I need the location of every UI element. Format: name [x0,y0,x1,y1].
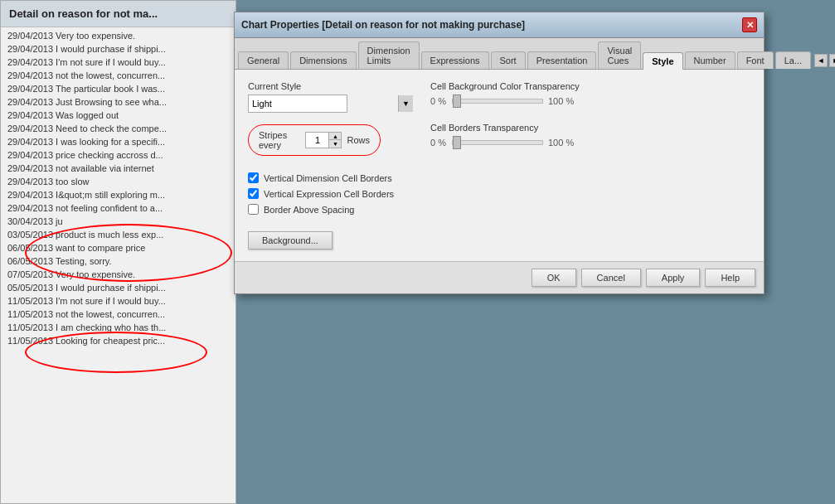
tab-general[interactable]: General [238,51,289,69]
bg-list-item[interactable]: 29/04/2013 The particular book I was... [1,82,235,95]
dialog-content: Current Style Light ▼ Stripes every 1 ▲ … [235,70,764,261]
style-select[interactable]: Light [248,94,347,113]
tab-dimension-limits[interactable]: Dimension Limits [358,41,420,69]
checkbox-vertical-dim[interactable] [248,172,259,183]
checkbox-vertical-dim-label: Vertical Dimension Cell Borders [264,173,392,183]
tab-style[interactable]: Style [643,52,682,70]
current-style-label: Current Style [248,81,414,91]
tab-scroll-buttons: ◄ ► [814,54,835,69]
tab-la[interactable]: La... [775,51,811,69]
bg-list-item[interactable]: 29/04/2013 I'm not sure if I would buy..… [1,56,235,69]
bg-list-item[interactable]: 11/05/2013 I am checking who has th... [1,321,235,334]
bg-list-item[interactable]: 11/05/2013 I'm not sure if I would buy..… [1,294,235,308]
bg-list-item[interactable]: 29/04/2013 I would purchase if shippi... [1,42,235,56]
cell-borders-transparency-section: Cell Borders Transparency 0 % 100 % [430,123,750,148]
bg-list-item[interactable]: 29/04/2013 not available via internet [1,162,235,175]
tab-presentation[interactable]: Presentation [527,51,597,69]
bg-list-item[interactable]: 11/05/2013 not the lowest, concurren... [1,308,235,321]
background-panel: Detail on reason for not ma... 29/04/201… [0,0,236,504]
select-arrow-icon: ▼ [398,95,413,112]
bg-list-item[interactable]: 29/04/2013 I&quot;m still exploring m... [1,188,235,201]
tab-dimensions[interactable]: Dimensions [290,51,356,69]
cell-borders-slider-row: 0 % 100 % [430,138,750,148]
dialog-footer: OK Cancel Apply Help [235,261,764,293]
bg-panel-title: Detail on reason for not ma... [1,1,235,27]
stripes-value: 1 [306,133,329,148]
bg-list-item[interactable]: 11/05/2013 Looking for cheapest pric... [1,334,235,347]
ok-button[interactable]: OK [532,269,576,287]
help-button[interactable]: Help [705,269,755,287]
bg-list-item[interactable]: 03/05/2013 product is much less exp... [1,228,235,241]
dialog-titlebar: Chart Properties [Detail on reason for n… [235,12,764,38]
apply-button[interactable]: Apply [646,269,701,287]
checkbox-row-border-above: Border Above Spacing [248,204,414,215]
rows-label: Rows [347,135,370,145]
checkboxes-section: Vertical Dimension Cell Borders Vertical… [248,172,414,215]
cell-borders-min-label: 0 % [430,138,447,148]
chart-properties-dialog: Chart Properties [Detail on reason for n… [234,12,765,294]
stripes-spinner-up[interactable]: ▲ [329,133,341,140]
tab-sort[interactable]: Sort [491,51,526,69]
cell-bg-transparency-title: Cell Background Color Transparency [430,81,750,91]
checkbox-border-above-label: Border Above Spacing [264,205,354,215]
bg-list-item[interactable]: 29/04/2013 Just Browsing to see wha... [1,95,235,109]
checkbox-row-vertical-dim: Vertical Dimension Cell Borders [248,172,414,183]
cell-bg-transparency-section: Cell Background Color Transparency 0 % 1… [430,81,750,106]
checkbox-row-vertical-expr: Vertical Expression Cell Borders [248,188,414,199]
dialog-title: Chart Properties [Detail on reason for n… [241,19,525,31]
cell-borders-max-label: 100 % [548,138,574,148]
bg-list: 29/04/2013 Very too expensive.29/04/2013… [1,27,235,349]
checkbox-vertical-expr-label: Vertical Expression Cell Borders [264,189,394,199]
stripes-every-label: Stripes every [259,130,300,150]
tabs-bar: General Dimensions Dimension Limits Expr… [235,38,764,70]
checkbox-vertical-expr[interactable] [248,188,259,199]
stripes-spinner-arrows: ▲ ▼ [329,133,341,148]
bg-list-item[interactable]: 29/04/2013 price checking accross d... [1,148,235,162]
content-right: Cell Background Color Transparency 0 % 1… [430,81,750,250]
bg-list-item[interactable]: 29/04/2013 too slow [1,175,235,188]
bg-list-item[interactable]: 07/05/2013 Very too expensive. [1,268,235,281]
tab-scroll-left[interactable]: ◄ [814,54,828,67]
dialog-close-button[interactable]: ✕ [742,17,757,32]
bg-list-item[interactable]: 06/05/2013 Testing, sorry. [1,254,235,268]
tab-scroll-right[interactable]: ► [829,54,835,67]
tab-font[interactable]: Font [737,51,774,69]
cancel-button[interactable]: Cancel [581,269,641,287]
content-columns: Current Style Light ▼ Stripes every 1 ▲ … [248,81,750,250]
bg-list-item[interactable]: 29/04/2013 I was looking for a specifi..… [1,135,235,148]
cell-bg-min-label: 0 % [430,96,447,106]
stripes-row: Stripes every 1 ▲ ▼ Rows [248,124,381,156]
stripes-spinner-down[interactable]: ▼ [329,140,341,148]
content-left: Current Style Light ▼ Stripes every 1 ▲ … [248,81,414,250]
background-button[interactable]: Background... [248,231,333,250]
cell-bg-max-label: 100 % [548,96,574,106]
cell-borders-transparency-title: Cell Borders Transparency [430,123,750,133]
bg-list-item[interactable]: 29/04/2013 Need to check the compe... [1,122,235,135]
bg-list-item[interactable]: 29/04/2013 Very too expensive. [1,29,235,42]
checkbox-border-above[interactable] [248,204,259,215]
cell-bg-slider[interactable] [452,99,543,104]
bg-list-item[interactable]: 29/04/2013 not the lowest, concurren... [1,69,235,82]
bg-list-item[interactable]: 29/04/2013 Was logged out [1,109,235,122]
style-select-wrapper: Light ▼ [248,94,414,113]
cell-borders-slider[interactable] [452,140,543,145]
bg-list-item[interactable]: 29/04/2013 not feeling confident to a... [1,201,235,215]
bg-list-item[interactable]: 05/05/2013 I would purchase if shippi... [1,281,235,294]
stripes-spinner: 1 ▲ ▼ [305,132,342,148]
tab-number[interactable]: Number [685,51,735,69]
tab-visual-cues[interactable]: Visual Cues [598,41,641,69]
tab-expressions[interactable]: Expressions [421,51,489,69]
bg-list-item[interactable]: 06/05/2013 want to compare price [1,241,235,254]
cell-bg-slider-row: 0 % 100 % [430,96,750,106]
bg-list-item[interactable]: 30/04/2013 ju [1,215,235,228]
